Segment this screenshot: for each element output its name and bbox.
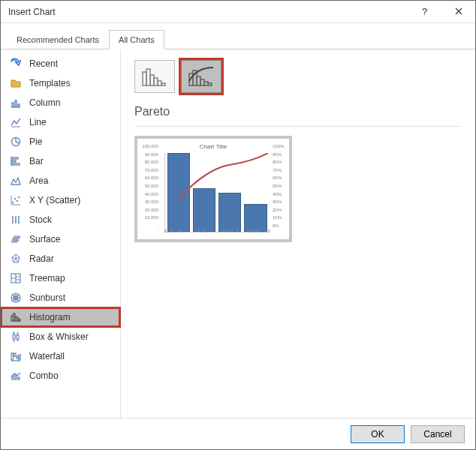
svg-rect-0 [12,103,14,106]
preview-bar [218,193,241,232]
chart-preview[interactable]: Chart Title 100,000 90,000 80,000 70,000… [134,136,292,242]
sidebar-item-label: X Y (Scatter) [29,195,80,206]
subtype-histogram-icon [140,64,170,88]
close-icon [455,6,462,17]
titlebar: Insert Chart ? [1,1,475,23]
sidebar-item-sunburst[interactable]: Sunburst [1,288,120,308]
svg-rect-18 [19,320,20,321]
boxwhisker-icon [10,331,22,343]
sidebar-item-surface[interactable]: Surface [1,230,120,249]
svg-rect-22 [14,353,17,356]
surface-icon [10,233,22,245]
sidebar-item-label: Pie [29,136,42,147]
sidebar-item-label: Column [29,98,60,108]
pie-icon [10,136,22,148]
preview-bar [244,204,267,232]
svg-point-8 [14,198,16,200]
sidebar-item-label: Area [29,176,48,186]
ok-button[interactable]: OK [351,425,405,443]
sidebar-item-label: Histogram [29,312,71,322]
sunburst-icon [10,292,22,304]
svg-rect-33 [161,83,165,86]
sidebar-item-scatter[interactable]: X Y (Scatter) [1,190,120,210]
tab-all-charts[interactable]: All Charts [109,30,164,50]
tab-strip: Recommended Charts All Charts [1,25,475,50]
svg-rect-24 [19,355,20,360]
content-area: Recent Templates Column Line Pie Bar Are… [1,50,475,423]
svg-rect-2 [18,104,20,106]
scatter-icon [10,194,22,206]
svg-point-10 [18,196,20,198]
sidebar-item-stock[interactable]: Stock [1,210,120,230]
preview-plotarea [164,153,268,232]
sidebar-item-line[interactable]: Line [1,112,120,132]
preview-xaxis: EUROPE ASIA AFRICA AMERICAS [160,229,273,238]
sidebar-item-area[interactable]: Area [1,171,120,190]
svg-rect-39 [208,83,212,86]
dialog-footer: OK Cancel [1,418,475,449]
cancel-button[interactable]: Cancel [411,425,465,443]
sidebar-item-label: Recent [29,58,58,69]
svg-rect-1 [15,100,17,106]
preview-yaxis-left: 100,000 90,000 80,000 70,000 60,000 50,0… [139,146,160,226]
sidebar-item-treemap[interactable]: Treemap [1,268,120,288]
svg-point-9 [17,200,18,202]
sidebar-item-recent[interactable]: Recent [1,54,120,74]
chart-subtype-title: Pareto [134,105,462,118]
sidebar-item-waterfall[interactable]: Waterfall [1,346,120,366]
svg-rect-27 [18,377,20,380]
column-icon [10,97,22,109]
sidebar-item-radar[interactable]: Radar [1,249,120,268]
tab-recommended[interactable]: Recommended Charts [7,30,109,50]
svg-rect-5 [12,160,16,162]
svg-rect-6 [12,164,20,165]
histogram-icon [10,311,22,323]
sidebar-item-label: Stock [29,214,52,225]
sidebar-item-boxwhisker[interactable]: Box & Whisker [1,327,120,346]
main-panel: Pareto Chart Title 100,000 90,000 80,000… [121,50,475,423]
divider [134,126,462,127]
sidebar-item-label: Box & Whisker [29,332,89,342]
svg-rect-19 [13,334,15,339]
help-icon: ? [422,6,427,17]
help-button[interactable]: ? [408,1,441,23]
chart-type-sidebar: Recent Templates Column Line Pie Bar Are… [1,50,121,423]
radar-icon [10,253,22,265]
sidebar-item-bar[interactable]: Bar [1,152,120,171]
treemap-icon [10,272,22,284]
sidebar-item-label: Bar [29,156,44,166]
area-icon [10,175,22,187]
chart-subtype-row [134,60,462,93]
svg-rect-23 [17,356,19,358]
preview-chart-title: Chart Title [142,143,285,150]
combo-icon [10,370,22,382]
svg-rect-4 [12,158,18,159]
bar-icon [10,155,22,167]
close-button[interactable] [441,1,475,23]
svg-point-7 [12,202,14,203]
sidebar-item-label: Combo [29,370,59,381]
preview-yaxis-right: 100% 90% 80% 70% 60% 50% 40% 30% 20% 10%… [271,146,286,226]
svg-rect-20 [17,335,19,339]
sidebar-item-label: Waterfall [29,351,65,362]
svg-rect-21 [11,353,14,360]
sidebar-item-label: Treemap [29,273,65,284]
waterfall-icon [10,350,22,362]
sidebar-item-pie[interactable]: Pie [1,132,120,152]
sidebar-item-label: Radar [29,254,54,264]
stock-icon [10,214,22,226]
window-title: Insert Chart [8,7,408,17]
sidebar-item-label: Surface [29,234,60,244]
preview-bar [167,153,190,232]
sidebar-item-combo[interactable]: Combo [1,366,120,386]
subtype-pareto[interactable] [181,60,221,93]
subtype-pareto-icon [186,64,216,88]
sidebar-item-column[interactable]: Column [1,93,120,112]
recent-icon [10,58,22,70]
subtype-histogram[interactable] [134,60,175,93]
line-icon [10,116,22,128]
sidebar-item-templates[interactable]: Templates [1,74,120,93]
sidebar-item-label: Sunburst [29,292,65,303]
sidebar-item-histogram[interactable]: Histogram [1,308,120,327]
templates-icon [10,77,22,89]
